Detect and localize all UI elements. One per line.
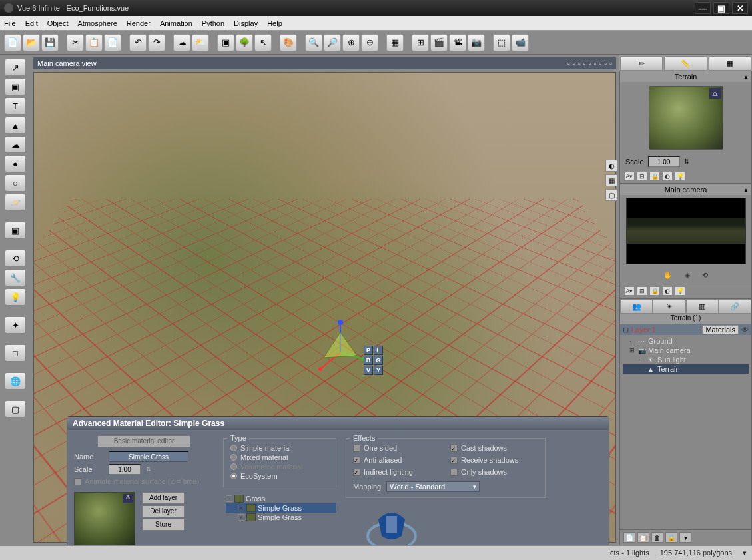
expand-box[interactable]: x	[238, 514, 244, 521]
footer-button[interactable]: ▾	[679, 532, 691, 543]
side-icon[interactable]: ◐	[605, 160, 617, 172]
expand-box[interactable]: x	[238, 505, 244, 511]
lefttool-rot[interactable]: ⟲	[5, 250, 26, 267]
effect-checkbox[interactable]	[353, 445, 360, 452]
basic-editor-button[interactable]: Basic material editor	[97, 435, 190, 447]
lefttool-sphere[interactable]: ○	[5, 174, 26, 192]
materials-tab[interactable]: Materials	[702, 325, 739, 334]
effect-checkbox[interactable]	[450, 469, 458, 476]
toolbar-film[interactable]: 🎬	[430, 34, 448, 51]
mini-icon[interactable]: ⊟	[637, 286, 647, 296]
lefttool-cube[interactable]: ▣	[5, 78, 26, 95]
menu-file[interactable]: File	[4, 19, 16, 27]
scale-input[interactable]	[109, 464, 141, 475]
layer-tree-item[interactable]: xSimple Grass	[226, 503, 336, 513]
viewport-icon[interactable]: ▫	[599, 59, 601, 67]
type-radio[interactable]	[230, 454, 237, 461]
footer-button[interactable]: 📄	[623, 532, 635, 543]
lefttool-world[interactable]: 🌐	[5, 372, 26, 390]
footer-button[interactable]: 🗑	[651, 532, 663, 543]
camera-preview[interactable]	[626, 198, 746, 264]
viewport-icon[interactable]: ▫	[593, 59, 596, 67]
viewport-icon[interactable]: ▫	[567, 59, 570, 67]
spinner-icon[interactable]: ⇅	[146, 466, 151, 473]
scene-tab-bars[interactable]: ▥	[686, 299, 719, 314]
toolbar-zoom100[interactable]: ⊕	[342, 34, 360, 51]
menu-edit[interactable]: Edit	[25, 19, 38, 27]
menu-object[interactable]: Object	[47, 19, 69, 27]
lefttool-bulb[interactable]: 💡	[5, 288, 26, 306]
lefttool-text-arrow[interactable]: ↗	[5, 59, 26, 76]
type-radio[interactable]	[230, 473, 237, 479]
eye-icon[interactable]: 👁	[741, 326, 749, 334]
scene-tab-sun[interactable]: ☀	[653, 299, 685, 314]
tree-item[interactable]: ·▲Terrain	[623, 364, 749, 374]
panel-tab-boxes[interactable]: ▦	[709, 56, 751, 71]
collapse-icon[interactable]: ▲	[743, 74, 749, 80]
menu-render[interactable]: Render	[127, 19, 151, 27]
toolbar-new[interactable]: 📄	[4, 34, 21, 51]
toolbar-undo[interactable]: ↶	[129, 34, 147, 51]
side-icon[interactable]: ▦	[605, 174, 617, 186]
viewport-icon[interactable]: ▫	[609, 59, 612, 67]
toolbar-zoom-out[interactable]: 🔎	[324, 34, 341, 51]
mini-icon[interactable]: A▾	[624, 172, 635, 181]
toolbar-zoom-in[interactable]: 🔍	[305, 34, 322, 51]
lefttool-planet[interactable]: 🪐	[5, 194, 26, 211]
viewport-icon[interactable]: ▫	[573, 59, 575, 67]
lefttool-compass[interactable]: ✦	[5, 316, 26, 334]
lefttool-box[interactable]: □	[5, 344, 26, 362]
toolbar-frame[interactable]: ⬚	[493, 34, 510, 51]
orbit-icon[interactable]: ⟲	[702, 271, 708, 280]
spinner-icon[interactable]: ⇅	[684, 158, 689, 165]
tree-item[interactable]: ⊞📷Main camera	[623, 346, 749, 355]
pan-icon[interactable]: ✋	[663, 271, 673, 280]
panel-tab-ruler[interactable]: 📏	[664, 56, 707, 71]
tree-item[interactable]: ·⋯Ground	[623, 336, 749, 346]
scene-tab-objs[interactable]: 👥	[620, 299, 653, 314]
toolbar-save[interactable]: 💾	[41, 34, 59, 51]
side-icon[interactable]: ▢	[605, 189, 617, 201]
mini-icon[interactable]: ◐	[662, 286, 673, 296]
collapse-icon[interactable]: ▲	[743, 187, 749, 193]
type-radio[interactable]	[230, 445, 237, 451]
layer-button[interactable]: Del layer	[142, 505, 185, 517]
toolbar-cam[interactable]: 📹	[512, 34, 529, 51]
mini-icon[interactable]: ⊟	[637, 172, 647, 181]
expand-icon[interactable]: ⊞	[629, 347, 636, 354]
animate-checkbox[interactable]	[74, 478, 81, 485]
expand-icon[interactable]: ·	[629, 338, 636, 344]
gizmo-label[interactable]: V	[364, 366, 373, 375]
layer-tree-item[interactable]: xSimple Grass	[226, 513, 336, 522]
menu-python[interactable]: Python	[202, 19, 224, 27]
expand-icon[interactable]: ·	[639, 356, 645, 363]
effect-checkbox[interactable]	[353, 457, 360, 464]
effect-checkbox[interactable]	[450, 445, 458, 452]
layer-button[interactable]: Add layer	[142, 492, 185, 504]
gizmo-label[interactable]: G	[374, 356, 383, 365]
viewport-icon[interactable]: ▫	[588, 59, 591, 67]
minimize-button[interactable]: —	[695, 2, 711, 14]
target-icon[interactable]: ◈	[685, 271, 690, 280]
toolbar-cut[interactable]: ✂	[67, 34, 84, 51]
maximize-button[interactable]: ▣	[713, 2, 729, 14]
toolbar-render-q[interactable]: ▦	[386, 34, 404, 51]
effect-checkbox[interactable]	[353, 469, 360, 476]
effect-checkbox[interactable]	[450, 457, 458, 464]
gizmo-labels[interactable]: PLBGVY	[364, 346, 383, 375]
toolbar-palette[interactable]: 🎨	[280, 34, 297, 51]
mini-icon[interactable]: 🔒	[649, 286, 660, 296]
lefttool-cube-arrow[interactable]: ▣	[5, 222, 26, 239]
lefttool-tool[interactable]: 🔧	[5, 269, 26, 286]
expand-icon[interactable]: ·	[639, 366, 645, 372]
layer-header[interactable]: ⊟ Layer 1 Materials 👁	[620, 324, 751, 335]
toolbar-zoom-fit[interactable]: ⊖	[361, 34, 378, 51]
toolbar-paste[interactable]: 📄	[104, 34, 121, 51]
lefttool-rock[interactable]: ●	[5, 155, 26, 172]
gizmo-label[interactable]: P	[364, 346, 373, 355]
menu-display[interactable]: Display	[234, 19, 258, 27]
name-input[interactable]	[109, 451, 188, 462]
panel-tab-eraser[interactable]: ✏	[620, 56, 663, 71]
toolbar-anim[interactable]: 📽	[449, 34, 466, 51]
transform-gizmo[interactable]	[314, 319, 367, 372]
